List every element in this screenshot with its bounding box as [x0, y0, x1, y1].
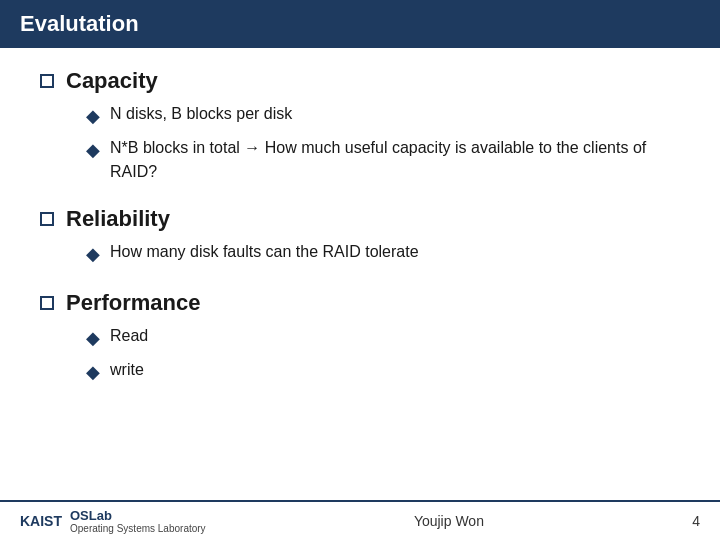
oslab-block: OSLab Operating Systems Laboratory: [70, 508, 206, 534]
section-performance: Performance ◆ Read ◆ write: [40, 290, 680, 386]
header: Evalutation: [0, 0, 720, 48]
reliability-item-1: How many disk faults can the RAID tolera…: [110, 240, 419, 264]
list-item: ◆ Read: [86, 324, 680, 352]
diamond-icon: ◆: [86, 359, 100, 386]
reliability-items: ◆ How many disk faults can the RAID tole…: [40, 240, 680, 268]
diamond-icon: ◆: [86, 325, 100, 352]
diamond-icon: ◆: [86, 137, 100, 164]
footer-author: Youjip Won: [414, 513, 484, 529]
performance-items: ◆ Read ◆ write: [40, 324, 680, 386]
diamond-icon: ◆: [86, 103, 100, 130]
capacity-bullet: [40, 74, 54, 88]
performance-bullet: [40, 296, 54, 310]
section-reliability: Reliability ◆ How many disk faults can t…: [40, 206, 680, 268]
performance-item-2: write: [110, 358, 144, 382]
main-content: Capacity ◆ N disks, B blocks per disk ◆ …: [0, 48, 720, 500]
capacity-header: Capacity: [40, 68, 680, 94]
reliability-bullet: [40, 212, 54, 226]
oslab-full-text: Operating Systems Laboratory: [70, 523, 206, 534]
oslab-text: OSLab: [70, 508, 206, 523]
page-title: Evalutation: [20, 11, 139, 37]
performance-title: Performance: [66, 290, 201, 316]
capacity-item-1: N disks, B blocks per disk: [110, 102, 292, 126]
footer-left: KAIST OSLab Operating Systems Laboratory: [20, 508, 206, 534]
capacity-title: Capacity: [66, 68, 158, 94]
performance-header: Performance: [40, 290, 680, 316]
capacity-items: ◆ N disks, B blocks per disk ◆ N*B block…: [40, 102, 680, 184]
kaist-text: KAIST: [20, 513, 62, 529]
capacity-item-2: N*B blocks in total → How much useful ca…: [110, 136, 680, 184]
list-item: ◆ write: [86, 358, 680, 386]
footer: KAIST OSLab Operating Systems Laboratory…: [0, 500, 720, 540]
footer-page: 4: [692, 513, 700, 529]
reliability-title: Reliability: [66, 206, 170, 232]
reliability-header: Reliability: [40, 206, 680, 232]
list-item: ◆ How many disk faults can the RAID tole…: [86, 240, 680, 268]
performance-item-1: Read: [110, 324, 148, 348]
list-item: ◆ N disks, B blocks per disk: [86, 102, 680, 130]
kaist-logo: KAIST: [20, 513, 62, 529]
diamond-icon: ◆: [86, 241, 100, 268]
section-capacity: Capacity ◆ N disks, B blocks per disk ◆ …: [40, 68, 680, 184]
list-item: ◆ N*B blocks in total → How much useful …: [86, 136, 680, 184]
